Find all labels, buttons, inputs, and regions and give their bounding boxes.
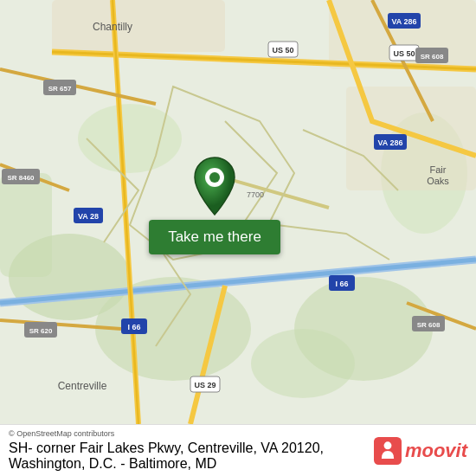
moovit-wordmark: moovit [405, 440, 467, 462]
info-left: © OpenStreetMap contributors SH- corner … [9, 429, 324, 472]
svg-text:US 50: US 50 [272, 46, 293, 55]
address-line2: Washington, D.C. - Baltimore, MD [9, 456, 324, 472]
svg-rect-8 [52, 0, 225, 52]
svg-text:I 66: I 66 [335, 280, 348, 288]
svg-text:VA 286: VA 286 [377, 138, 402, 147]
map-pin-icon [191, 156, 238, 216]
info-bar: © OpenStreetMap contributors SH- corner … [0, 424, 476, 476]
take-me-there-button[interactable]: Take me there [149, 220, 280, 254]
svg-text:SR 620: SR 620 [29, 327, 53, 335]
svg-text:US 50: US 50 [393, 49, 415, 58]
svg-text:SR 608: SR 608 [417, 321, 441, 329]
address-line1: SH- corner Fair Lakes Pkwy, Centreville,… [9, 441, 324, 456]
svg-point-5 [251, 329, 355, 398]
copyright-text: © OpenStreetMap contributors [9, 429, 324, 438]
svg-text:Centreville: Centreville [58, 380, 107, 392]
svg-text:US 29: US 29 [194, 381, 215, 389]
svg-text:VA 28: VA 28 [78, 212, 99, 221]
button-overlay: Take me there [128, 138, 301, 254]
svg-text:I 66: I 66 [127, 323, 140, 331]
svg-point-46 [383, 441, 391, 449]
map-pin-container [180, 138, 249, 216]
svg-text:Oaks: Oaks [427, 176, 449, 186]
svg-text:SR 657: SR 657 [48, 85, 72, 93]
svg-point-43 [209, 172, 220, 183]
svg-text:Chantilly: Chantilly [93, 21, 132, 33]
moovit-brand-icon [374, 437, 402, 465]
svg-text:VA 286: VA 286 [391, 17, 416, 26]
svg-rect-6 [0, 173, 52, 277]
svg-text:SR 608: SR 608 [421, 53, 444, 61]
moovit-logo: moovit [374, 437, 467, 465]
svg-text:SR 8460: SR 8460 [7, 174, 35, 182]
map-container: US 50 US 50 VA 286 VA 286 SR 657 SR 8460… [0, 0, 476, 424]
svg-text:Fair: Fair [430, 164, 447, 175]
